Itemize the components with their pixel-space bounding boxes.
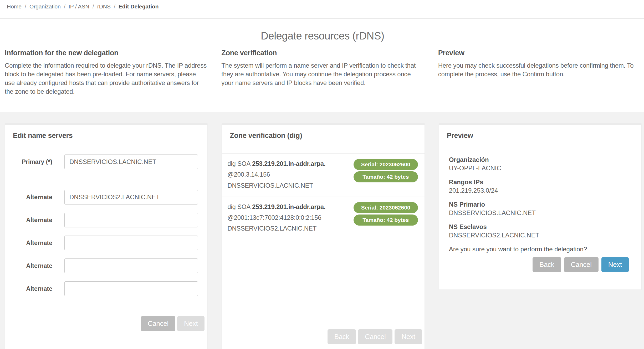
dig-zone: 253.219.201.in-addr.arpa. [252,203,325,210]
alternate-ns-label: Alternate [10,217,52,224]
breadcrumb-separator: / [114,3,115,10]
preview-body: Organización UY-OPPL-LACNIC Rangos IPs 2… [439,146,641,272]
edit-next-button[interactable]: Next [177,316,205,331]
dig-command-text: dig SOA253.219.201.in-addr.arpa. @2001:1… [227,201,325,234]
breadcrumb-ip-asn[interactable]: IP / ASN [69,3,89,10]
alternate-ns-label: Alternate [10,285,52,292]
intro-column-new-delegation: Information for the new delegation Compl… [5,49,207,96]
zone-verification-panel: Zone verification (dig) dig SOA253.219.2… [222,123,424,349]
preview-ns-slaves-label: NS Esclavos [449,223,631,231]
intro-heading-preview: Preview [438,49,640,57]
form-row-primary: Primary (*) [10,154,207,169]
divider [14,308,198,308]
dig-nameserver: DNSSERVICIOS.LACNIC.NET [227,180,325,191]
preview-organization-label: Organización [449,156,631,164]
dig-panel-title: Zone verification (dig) [230,132,416,140]
dig-badges: Serial: 2023062600 Tamaño: 42 bytes [354,158,418,191]
edit-panel-header: Edit name servers [5,125,207,146]
size-badge: Tamaño: 42 bytes [354,215,418,226]
intro-heading-new-delegation: Information for the new delegation [5,49,207,57]
alternate-ns-input-3[interactable] [64,236,198,250]
preview-organization-value: UY-OPPL-LACNIC [449,164,631,172]
intro-column-preview: Preview Here you may check successful de… [438,49,640,96]
dig-panel-footer: Back Cancel Next [222,320,424,344]
dig-entry-1: dig SOA253.219.201.in-addr.arpa. @200.3.… [222,153,424,197]
dig-entry-2: dig SOA253.219.201.in-addr.arpa. @2001:1… [222,197,424,240]
dig-nameserver: DNSSERVICIOS2.LACNIC.NET [227,223,325,234]
intro-column-zone-verification: Zone verification The system will perfor… [221,49,423,96]
preview-next-button[interactable]: Next [601,257,629,272]
dig-server: @200.3.14.156 [227,169,325,180]
size-badge: Tamaño: 42 bytes [354,171,418,182]
primary-ns-input[interactable] [64,154,198,169]
preview-panel-header: Preview [439,125,641,146]
preview-ip-ranges-value: 201.219.253.0/24 [449,186,631,195]
preview-panel-title: Preview [447,132,633,140]
dig-server: @2001:13c7:7002:4128:0:0:2:156 [227,212,325,223]
intro-section: Delegate resources (rDNS) Information fo… [0,19,644,112]
preview-panel-buttons: Back Cancel Next [449,257,631,272]
breadcrumb-current: Edit Delegation [119,3,159,10]
page-title: Delegate resources (rDNS) [5,30,640,42]
alternate-ns-input-1[interactable] [64,190,198,205]
serial-badge: Serial: 2023062600 [354,159,418,170]
alternate-ns-label: Alternate [10,194,52,201]
preview-ns-primary-label: NS Primario [449,200,631,209]
breadcrumb-organization[interactable]: Organization [29,3,61,10]
dig-cancel-button[interactable]: Cancel [358,329,392,344]
intro-body-preview: Here you may check successful delegation… [438,61,640,78]
intro-heading-zone-verification: Zone verification [221,49,423,57]
intro-body-zone-verification: The system will perform a name server an… [221,61,423,87]
form-row-alternate-5: Alternate [10,281,207,296]
preview-cancel-button[interactable]: Cancel [564,257,599,272]
intro-body-new-delegation: Complete the information required to del… [5,61,207,96]
dig-back-button[interactable]: Back [328,329,356,344]
breadcrumb: Home / Organization / IP / ASN / rDNS / … [7,3,159,10]
divider [225,320,421,320]
alternate-ns-label: Alternate [10,240,52,247]
alternate-ns-input-4[interactable] [64,258,198,273]
intro-columns: Information for the new delegation Compl… [5,49,640,96]
edit-panel-buttons: Cancel Next [5,316,207,331]
form-row-alternate-4: Alternate [10,258,207,273]
dig-results-list: dig SOA253.219.201.in-addr.arpa. @200.3.… [222,153,424,240]
serial-badge: Serial: 2023062600 [354,202,418,213]
primary-ns-label: Primary (*) [10,158,52,166]
dig-next-button[interactable]: Next [395,329,422,344]
dig-prefix: dig SOA [227,160,251,167]
dig-zone: 253.219.201.in-addr.arpa. [252,160,325,167]
breadcrumb-home[interactable]: Home [7,3,22,10]
preview-back-button[interactable]: Back [533,257,561,272]
alternate-ns-label: Alternate [10,262,52,270]
confirm-question: Are you sure you want to perform the del… [449,245,631,253]
preview-panel: Preview Organización UY-OPPL-LACNIC Rang… [439,123,641,290]
preview-ip-ranges-label: Rangos IPs [449,178,631,186]
breadcrumb-separator: / [64,3,65,10]
edit-panel-title: Edit name servers [13,132,200,140]
breadcrumb-bar: Home / Organization / IP / ASN / rDNS / … [0,0,644,19]
breadcrumb-rdns[interactable]: rDNS [97,3,111,10]
dig-badges: Serial: 2023062600 Tamaño: 42 bytes [354,201,418,234]
dig-prefix: dig SOA [227,203,251,210]
form-row-alternate-3: Alternate [10,236,207,250]
panels-row: Edit name servers Primary (*) Alternate … [0,112,644,349]
preview-ns-primary-value: DNSSERVICIOS.LACNIC.NET [449,209,631,217]
alternate-ns-input-2[interactable] [64,213,198,227]
breadcrumb-separator: / [93,3,94,10]
breadcrumb-separator: / [25,3,26,10]
form-row-alternate-2: Alternate [10,213,207,227]
preview-ns-slaves-value: DNSSERVICIOS2.LACNIC.NET [449,231,631,240]
dig-panel-header: Zone verification (dig) [222,125,424,146]
dig-panel-buttons: Back Cancel Next [222,329,424,344]
edit-cancel-button[interactable]: Cancel [141,316,175,331]
alternate-ns-input-5[interactable] [64,281,198,296]
form-row-alternate-1: Alternate [10,190,207,205]
edit-panel-footer: Cancel Next [5,308,207,349]
dig-command-text: dig SOA253.219.201.in-addr.arpa. @200.3.… [227,158,325,191]
edit-name-servers-panel: Edit name servers Primary (*) Alternate … [5,123,207,349]
name-servers-form: Primary (*) Alternate Alternate Alternat… [5,146,207,304]
